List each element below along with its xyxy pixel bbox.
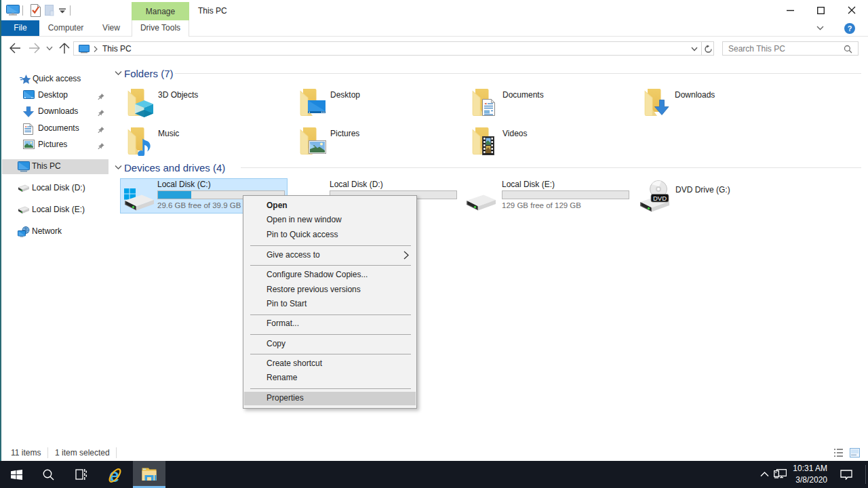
svg-text:DVD: DVD	[653, 195, 667, 202]
